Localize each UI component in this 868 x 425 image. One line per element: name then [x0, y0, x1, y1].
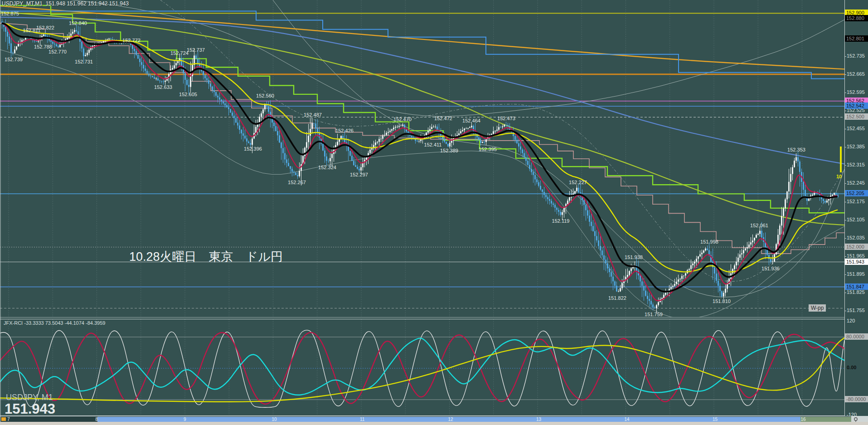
time-scrollbar[interactable]: [0, 416, 851, 422]
series-rci-short: [0, 330, 844, 407]
price-label: 152.737: [187, 47, 205, 53]
price-label: 152.470: [393, 117, 412, 122]
overlay-gray-envelope-lower: [0, 49, 844, 318]
axis-badge-151.943: 151.943: [845, 259, 868, 265]
scrollbar-segment[interactable]: [0, 417, 97, 422]
axis-badge-152.542: 152.542: [845, 103, 868, 109]
price-label: 152.560: [256, 93, 274, 98]
session-annotation: 10.28火曜日 東京 ドル円: [129, 249, 283, 265]
hour-label-8: 8: [96, 417, 98, 422]
price-label: 152.396: [244, 146, 262, 151]
axis-tick-label: 151.825: [847, 289, 865, 295]
price-label: 152.772: [122, 38, 141, 43]
axis-tick-label: 151.965: [847, 253, 865, 259]
price-label: 152.411: [424, 142, 442, 147]
price-label: 152.267: [288, 180, 306, 185]
axis-tick-mark: [844, 256, 846, 257]
axis-badge-152.880: 152.880: [845, 15, 868, 21]
price-label: 152.875: [1, 11, 19, 16]
axis-tick-mark: [844, 74, 846, 75]
sub-axis-label-120: 120: [847, 318, 855, 323]
price-label: 152.605: [179, 92, 197, 97]
candle-countdown: 10: [836, 174, 842, 179]
overlay-chartreuse-step: [0, 5, 844, 213]
price-label: 151.822: [608, 295, 626, 301]
hour-label-9: 9: [184, 417, 186, 422]
overlay-yellowgreen-ma: [0, 12, 844, 225]
hour-label-7: 7: [7, 417, 10, 422]
price-label: 152.840: [69, 20, 87, 26]
axis-tick-label: 152.665: [847, 71, 865, 77]
axis-tick-mark: [844, 93, 846, 93]
price-label: 152.633: [154, 84, 172, 90]
black-ma: [2, 23, 838, 292]
price-label: 152.061: [750, 223, 768, 228]
price-label: 152.227: [569, 180, 587, 185]
price-label: 152.297: [350, 172, 368, 177]
scrollbar-segment[interactable]: [800, 417, 851, 422]
axis-tick-mark: [844, 129, 846, 129]
current-price-overlay: 151.943: [5, 401, 55, 417]
series-rci-slow: [0, 338, 844, 402]
hour-label-12: 12: [448, 417, 453, 422]
indicator-values-label: JFX-RCI -33.3333 73.5043 -44.1074 -84.39…: [4, 320, 105, 326]
price-label: 152.473: [497, 116, 515, 121]
axis-tick-mark: [844, 56, 846, 57]
axis-tick-label: 152.595: [847, 89, 865, 95]
axis-tick-mark: [844, 274, 846, 275]
price-label: 152.353: [787, 147, 805, 152]
axis-tick-label: 152.455: [847, 126, 865, 131]
axis-tick-label: 152.105: [847, 217, 865, 222]
axis-badge-152.000: 152.000: [845, 244, 868, 250]
grid-vertical: [9, 0, 802, 415]
axis-tick-mark: [844, 238, 846, 239]
axis-badge-151.847: 151.847: [845, 283, 868, 290]
axis-tick-label: 152.035: [847, 235, 865, 240]
axis-tick-mark: [844, 147, 846, 147]
series-rci-long: [0, 338, 844, 395]
overlay-blue-step: [0, 11, 844, 79]
axis-tick-label: 151.895: [847, 271, 865, 277]
price-label: 152.119: [552, 218, 570, 224]
axis-badge-152.205: 152.205: [845, 190, 868, 196]
window-bottom-edge: [0, 422, 868, 425]
yellow-ma: [2, 23, 838, 272]
price-label: 152.472: [434, 116, 452, 121]
chart-title: USDJPY_MT,M1 151.948 151.962 151.942 151…: [2, 0, 129, 7]
hour-label-11: 11: [360, 417, 364, 422]
hour-label-14: 14: [625, 417, 630, 422]
axis-tick-mark: [844, 165, 846, 166]
axis-tick-mark: [844, 293, 846, 293]
sub-axis-label--120: -120: [847, 412, 857, 417]
price-label: 152.739: [5, 57, 23, 62]
sub-axis-label-80.0000: 80.0000: [845, 333, 868, 340]
candles-up: [14, 28, 835, 313]
main-chart-pane: [0, 0, 844, 319]
price-label: 152.395: [479, 147, 497, 152]
price-label: 151.810: [713, 298, 731, 304]
axis-tick-label: 151.755: [847, 308, 865, 313]
axis-tick-label: 152.385: [847, 144, 865, 149]
swing-labels: 152.875152.739152.811152.822152.788152.7…: [1, 11, 805, 317]
hour-label-10: 10: [272, 417, 277, 422]
axis-badge-152.801: 152.801: [845, 35, 868, 42]
axis-tick-mark: [844, 111, 846, 111]
price-label: 152.464: [462, 118, 480, 123]
price-label: 152.426: [335, 128, 354, 133]
overlay-gray-band-upper: [0, 0, 844, 116]
window-left-edge: [0, 0, 1, 422]
price-label: 152.324: [318, 165, 336, 170]
axis-tick-label: 152.315: [847, 162, 865, 167]
axis-tick-label: 152.735: [847, 53, 865, 59]
weekly-pivot-label: W-pp: [809, 304, 826, 312]
price-label: 152.389: [440, 148, 458, 153]
axis-tick-label: 152.175: [847, 199, 865, 204]
price-label: 152.731: [75, 59, 93, 64]
rci-pane: [0, 330, 844, 407]
axis-tick-mark: [844, 311, 846, 311]
scroll-marker[interactable]: [1, 417, 6, 421]
axis-tick-mark: [844, 183, 846, 184]
price-label: 152.770: [48, 49, 67, 54]
chart-canvas[interactable]: 152.875152.739152.811152.822152.788152.7…: [0, 0, 868, 425]
price-label: 152.724: [170, 50, 189, 56]
